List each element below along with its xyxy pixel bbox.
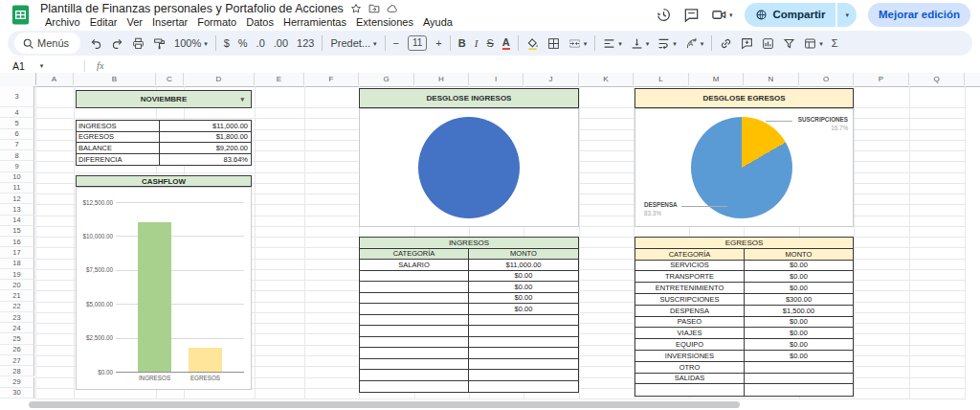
egresos-table-cell[interactable]: $0.00: [745, 271, 853, 282]
toolbar-borders-button[interactable]: [544, 34, 564, 53]
toolbar-menus-button[interactable]: Menús: [14, 33, 80, 54]
column-header-O[interactable]: O: [799, 73, 854, 85]
cloud-status-icon[interactable]: [387, 3, 398, 14]
ingresos-table-cell[interactable]: [360, 293, 469, 304]
ingresos-table-cell[interactable]: $0.00: [469, 271, 578, 282]
row-header-14[interactable]: 14: [0, 216, 34, 226]
sheets-logo-icon[interactable]: [10, 4, 32, 26]
column-header-C[interactable]: C: [156, 73, 184, 85]
ingresos-table-cell[interactable]: $0.00: [469, 293, 578, 304]
egresos-table-cell[interactable]: $1,500.00: [745, 306, 853, 316]
row-header-21[interactable]: 21: [0, 290, 34, 301]
summary-label[interactable]: BALANCE: [77, 143, 160, 153]
toolbar-create-filter-button[interactable]: [779, 34, 799, 53]
summary-value[interactable]: $9,200.00: [160, 143, 251, 153]
column-header-D[interactable]: D: [184, 73, 255, 85]
egresos-table-cell[interactable]: [745, 374, 853, 384]
egresos-table-cell[interactable]: SUSCRIPCIONES: [635, 294, 745, 305]
egresos-table-cell[interactable]: [745, 384, 853, 396]
egresos-table-cell[interactable]: VIAJES: [635, 328, 745, 338]
toolbar-bold-button[interactable]: B: [455, 34, 470, 53]
menu-datos[interactable]: Datos: [241, 15, 278, 29]
summary-value[interactable]: $11,000.00: [160, 121, 251, 131]
row-header-28[interactable]: 28: [0, 366, 34, 376]
column-header-P[interactable]: P: [854, 73, 909, 85]
row-header-9[interactable]: 9: [0, 161, 34, 171]
row-header-23[interactable]: 23: [0, 312, 34, 323]
ingresos-table-cell[interactable]: [360, 337, 469, 348]
toolbar-functions-button[interactable]: Σ: [828, 34, 842, 53]
egresos-table-cell[interactable]: ENTRETENIMIENTO: [635, 283, 745, 293]
toolbar-undo-button[interactable]: [86, 34, 106, 53]
row-header-27[interactable]: 27: [0, 355, 34, 366]
toolbar-text-wrap-button[interactable]: ▾: [654, 34, 680, 53]
pie-ingresos[interactable]: [418, 117, 520, 218]
summary-value[interactable]: $1,800.00: [160, 132, 251, 143]
egresos-table-cell[interactable]: $0.00: [745, 261, 853, 271]
column-header-A[interactable]: A: [35, 73, 74, 85]
toolbar-italic-button[interactable]: I: [471, 34, 482, 53]
toolbar-strikethrough-button[interactable]: S: [482, 34, 497, 53]
column-header-Q[interactable]: Q: [909, 73, 965, 85]
ingresos-table-cell[interactable]: SALARIO: [360, 260, 469, 270]
ingresos-table-cell[interactable]: [469, 315, 578, 326]
row-header-24[interactable]: 24: [0, 323, 34, 333]
column-header-I[interactable]: I: [469, 73, 523, 85]
egresos-table-cell[interactable]: [745, 362, 853, 373]
meet-button[interactable]: ▾: [711, 7, 733, 23]
row-header-5[interactable]: 5: [0, 118, 34, 128]
toolbar-increase-font-size-button[interactable]: +: [432, 34, 445, 53]
egresos-table-cell[interactable]: OTRO: [635, 362, 745, 373]
summary-value[interactable]: 83.64%: [160, 154, 251, 166]
name-box[interactable]: A1 ▾: [0, 60, 84, 72]
row-header-10[interactable]: 10: [0, 172, 34, 183]
row-header-12[interactable]: 12: [0, 194, 34, 204]
row-header-15[interactable]: 15: [0, 226, 34, 237]
summary-label[interactable]: DIFERENCIA: [77, 154, 160, 166]
menu-formato[interactable]: Formato: [192, 15, 241, 29]
summary-label[interactable]: INGRESOS: [77, 121, 160, 131]
improve-editing-button[interactable]: Mejorar edición: [868, 3, 970, 27]
version-history-icon[interactable]: [656, 7, 672, 23]
egresos-table-cell[interactable]: $0.00: [745, 351, 853, 361]
move-folder-icon[interactable]: [368, 3, 380, 14]
toolbar-font-family-button[interactable]: Predet...▾: [326, 34, 380, 53]
toolbar-paint-format-button[interactable]: [149, 34, 169, 53]
toolbar-print-button[interactable]: [128, 34, 148, 53]
ingresos-table-cell[interactable]: [360, 282, 469, 292]
ingresos-table-cell[interactable]: [360, 304, 469, 314]
ingresos-table-cell[interactable]: $0.00: [469, 304, 578, 314]
toolbar-fill-color-button[interactable]: [523, 34, 543, 53]
toolbar-insert-comment-button[interactable]: [737, 34, 757, 53]
ingresos-table-cell[interactable]: [360, 326, 469, 336]
row-header-29[interactable]: 29: [0, 377, 34, 388]
row-header-22[interactable]: 22: [0, 302, 34, 312]
toolbar-text-rotation-button[interactable]: A▾: [681, 34, 708, 53]
egresos-table-cell[interactable]: $0.00: [745, 317, 853, 328]
bar-egresos[interactable]: [189, 348, 222, 372]
ingresos-table-cell[interactable]: [360, 381, 469, 393]
ingresos-pie-chart[interactable]: [359, 108, 579, 227]
row-header-26[interactable]: 26: [0, 345, 34, 355]
horizontal-scrollbar[interactable]: [0, 399, 980, 410]
summary-label[interactable]: EGRESOS: [77, 132, 160, 143]
ingresos-table-cell[interactable]: [360, 370, 469, 380]
ingresos-table-cell[interactable]: [469, 348, 578, 358]
egresos-table-cell[interactable]: INVERSIONES: [635, 351, 745, 361]
column-header-E[interactable]: E: [255, 73, 304, 85]
egresos-table-cell[interactable]: EQUIPO: [635, 339, 745, 350]
toolbar-horizontal-align-button[interactable]: ▾: [599, 34, 626, 53]
toolbar-format-percent-button[interactable]: %: [234, 34, 252, 53]
ingresos-table-cell[interactable]: [469, 381, 578, 393]
row-header-16[interactable]: 16: [0, 237, 34, 247]
row-header-4[interactable]: 4: [0, 107, 34, 118]
menu-editar[interactable]: Editar: [85, 15, 122, 29]
column-header-L[interactable]: L: [634, 73, 689, 85]
row-header-13[interactable]: 13: [0, 204, 34, 215]
toolbar-format-currency-button[interactable]: $: [220, 34, 234, 53]
ingresos-table-cell[interactable]: [360, 359, 469, 370]
spreadsheet-grid[interactable]: ABCDEFGHIJKLMNOPQ34567891011121314151617…: [0, 73, 980, 410]
egresos-table-cell[interactable]: TRANSPORTE: [635, 271, 745, 282]
row-header-3[interactable]: 3: [0, 86, 34, 107]
row-header-19[interactable]: 19: [0, 269, 34, 280]
